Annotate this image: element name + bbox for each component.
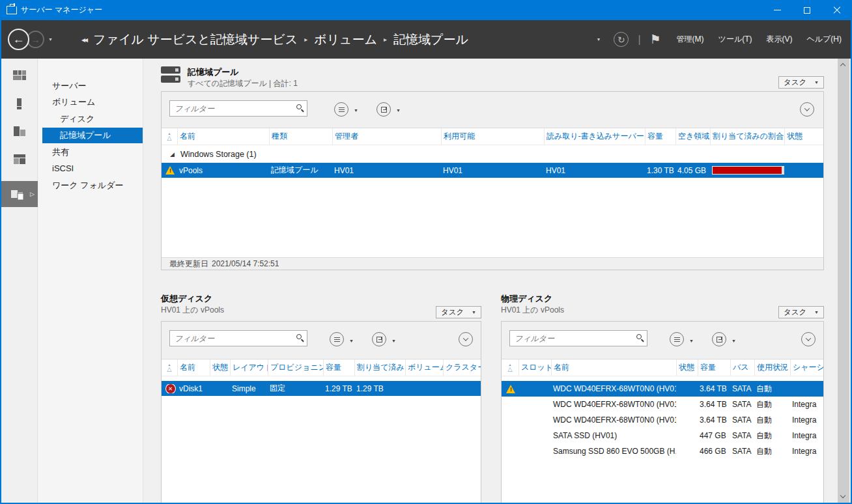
- maximize-button[interactable]: [792, 0, 822, 20]
- dashboard-icon[interactable]: [1, 64, 38, 87]
- back-button[interactable]: ←: [8, 29, 29, 50]
- col-usage[interactable]: 使用状況: [754, 359, 790, 376]
- col-allocated[interactable]: 割り当て済み: [354, 359, 405, 376]
- col-type[interactable]: 種類: [269, 128, 332, 145]
- all-servers-icon[interactable]: [1, 120, 38, 143]
- physical-disks-title: 物理ディスク: [501, 293, 552, 305]
- cell-capacity: 466 GB: [698, 447, 730, 456]
- physical-disk-row[interactable]: WDC WD40EFRX-68WT0N0 (HV01) 3.64 TB SATA…: [502, 397, 823, 412]
- chevron-down-icon[interactable]: ▼: [731, 338, 736, 343]
- col-slot[interactable]: スロット: [518, 359, 551, 376]
- scroll-down-icon[interactable]: [840, 493, 845, 498]
- file-and-storage-services-icon[interactable]: ▷: [1, 181, 38, 207]
- col-managed-by[interactable]: 管理者: [332, 128, 441, 145]
- menu-manage[interactable]: 管理(M): [677, 34, 704, 45]
- physical-disk-row[interactable]: SATA SSD (HV01) 447 GB SATA 自動 Integra: [502, 428, 823, 443]
- col-volume[interactable]: ボリューム: [405, 359, 443, 376]
- breadcrumb-item[interactable]: ファイル サービスと記憶域サービス: [93, 31, 298, 48]
- local-server-icon[interactable]: [1, 92, 38, 115]
- col-name[interactable]: 名前: [177, 128, 269, 145]
- physical-disk-row[interactable]: Samsung SSD 860 EVO 500GB (H... 466 GB S…: [502, 443, 823, 459]
- sidebar-item-volumes[interactable]: ボリューム: [42, 94, 143, 110]
- sidebar-item-shares[interactable]: 共有: [42, 145, 143, 160]
- col-chassis[interactable]: シャーシ: [790, 359, 823, 376]
- save-query-button[interactable]: [372, 332, 386, 346]
- menu-help[interactable]: ヘルプ(H): [806, 34, 842, 45]
- chevron-down-icon[interactable]: ▼: [354, 107, 358, 112]
- chevron-down-icon[interactable]: ▼: [349, 338, 354, 343]
- tasks-dropdown-icon: ▼: [814, 310, 819, 315]
- breadcrumb-item[interactable]: 記憶域プール: [393, 31, 468, 48]
- sidebar-item-storage-pools[interactable]: 記憶域プール: [42, 128, 143, 143]
- collapse-panel-button[interactable]: [800, 102, 814, 117]
- search-icon: [636, 334, 642, 339]
- col-layout[interactable]: レイアウト: [230, 359, 268, 376]
- physical-disks-panel: ▼ ▼ ▴△ スロット 名前 状態 容量 バス 使用状況 シャーシ ! WDC …: [501, 321, 824, 503]
- virtual-disks-filter-input[interactable]: [169, 330, 307, 346]
- virtual-disk-row-vdisk1[interactable]: ✕ vDisk1 Simple 固定 1.29 TB 1.29 TB: [162, 381, 481, 396]
- col-name[interactable]: 名前: [551, 359, 676, 376]
- physical-disks-filter-input[interactable]: [509, 330, 647, 346]
- scroll-up-icon[interactable]: [840, 63, 845, 68]
- pool-row-vpools[interactable]: ! vPools 記憶域プール HV01 HV01 HV01 1.30 TB 4…: [162, 163, 823, 178]
- vertical-scrollbar[interactable]: [838, 59, 849, 503]
- forward-button[interactable]: →: [27, 31, 44, 48]
- pools-tasks-button[interactable]: タスク ▼: [778, 76, 824, 89]
- sidebar-item-servers[interactable]: サーバー: [42, 78, 143, 94]
- virtual-disks-table-header: ▴△ 名前 状態 レイアウト プロビジョニング 容量 割り当て済み ボリューム …: [162, 359, 481, 376]
- sidebar-item-iscsi[interactable]: iSCSI: [42, 161, 143, 176]
- minimize-button[interactable]: [762, 0, 792, 20]
- notifications-flag-icon[interactable]: ⚑: [650, 32, 661, 47]
- col-name[interactable]: 名前: [177, 359, 210, 376]
- save-query-button[interactable]: [712, 332, 726, 346]
- col-free-space[interactable]: 空き領域: [675, 128, 710, 145]
- chevron-down-icon: [804, 105, 810, 111]
- physical-disk-row[interactable]: WDC WD40EFRX-68WT0N0 (HV01) 3.64 TB SATA…: [502, 412, 823, 428]
- collapse-group-icon[interactable]: ◢: [170, 151, 175, 158]
- sidebar-item-work-folders[interactable]: ワーク フォルダー: [42, 178, 143, 193]
- collapse-panel-button[interactable]: [459, 332, 473, 346]
- physical-disk-row[interactable]: ! WDC WD40EFRX-68WT0N0 (HV01) 3.64 TB SA…: [502, 381, 823, 397]
- filter-saved-queries-button[interactable]: [670, 332, 684, 346]
- col-available-to[interactable]: 利用可能: [441, 128, 544, 145]
- refresh-button[interactable]: ↻: [614, 32, 629, 47]
- menu-tools[interactable]: ツール(T): [718, 34, 752, 45]
- virtual-disks-tasks-button[interactable]: タスク ▼: [436, 306, 481, 318]
- sidebar-item-disks[interactable]: ディスク: [42, 111, 143, 127]
- chevron-down-icon[interactable]: ▼: [391, 338, 396, 343]
- nav-history-dropdown-icon[interactable]: ▼: [48, 37, 53, 42]
- chevron-down-icon[interactable]: ▼: [689, 338, 694, 343]
- col-clustered[interactable]: クラスター化: [443, 359, 481, 376]
- col-status[interactable]: 状態: [784, 128, 823, 145]
- hyper-v-icon[interactable]: [1, 148, 38, 171]
- breadcrumb-rewind-icon[interactable]: ◂◂: [81, 35, 87, 44]
- expand-arrow-icon[interactable]: ▷: [30, 191, 35, 197]
- sort-status-column-header[interactable]: ▴△: [502, 359, 518, 376]
- physical-disks-tasks-button[interactable]: タスク ▼: [778, 306, 824, 318]
- chevron-down-icon[interactable]: ▼: [396, 107, 401, 112]
- sort-status-column-header[interactable]: ▴△: [162, 359, 177, 376]
- virtual-disks-tasks-label: タスク: [441, 307, 464, 317]
- menu-view[interactable]: 表示(V): [766, 34, 792, 45]
- col-percent-allocated[interactable]: 割り当て済みの割合: [710, 128, 784, 145]
- col-provisioning[interactable]: プロビジョニング: [268, 359, 323, 376]
- col-capacity[interactable]: 容量: [698, 359, 730, 376]
- breadcrumb-dropdown-icon[interactable]: ▼: [596, 37, 601, 42]
- close-button[interactable]: [822, 0, 852, 20]
- cell-available-to: HV01: [441, 166, 544, 175]
- filter-saved-queries-button[interactable]: [330, 332, 344, 346]
- pools-group-row[interactable]: ◢ Windows Storage (1): [162, 145, 823, 163]
- filter-saved-queries-button[interactable]: [334, 102, 348, 117]
- col-status[interactable]: 状態: [210, 359, 230, 376]
- col-bus[interactable]: バス: [730, 359, 754, 376]
- collapse-panel-button[interactable]: [801, 332, 816, 346]
- sort-status-column-header[interactable]: ▴△: [162, 128, 177, 145]
- cell-usage: 自動: [754, 384, 790, 395]
- pools-filter-input[interactable]: [169, 100, 307, 117]
- col-rw-server[interactable]: 読み取り-書き込みサーバー: [544, 128, 645, 145]
- breadcrumb-item[interactable]: ボリューム: [314, 31, 377, 48]
- save-query-button[interactable]: [376, 102, 391, 117]
- col-capacity[interactable]: 容量: [323, 359, 354, 376]
- col-capacity[interactable]: 容量: [645, 128, 675, 145]
- col-status[interactable]: 状態: [676, 359, 698, 376]
